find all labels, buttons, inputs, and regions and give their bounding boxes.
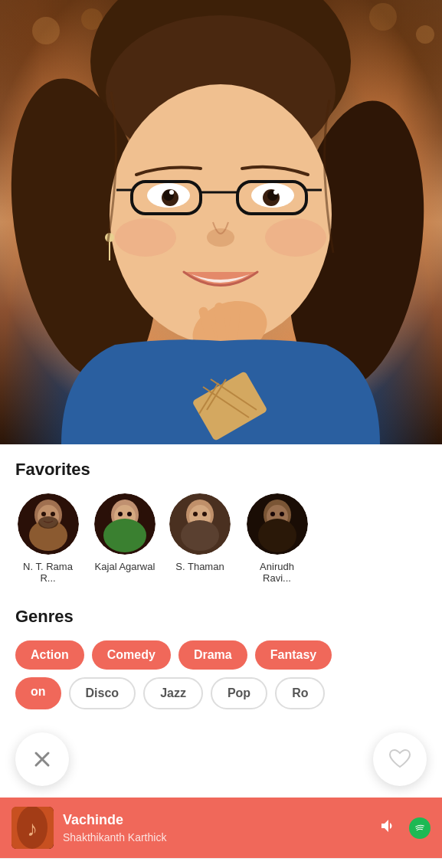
hero-image — [0, 0, 442, 444]
genre-jazz[interactable]: Jazz — [143, 677, 203, 709]
avatar-kajal — [94, 493, 156, 555]
svg-point-18 — [169, 190, 174, 195]
now-playing-info: Vachinde Shakthikanth Karthick — [63, 812, 370, 843]
avatar-ntr — [18, 493, 79, 555]
action-buttons — [15, 725, 427, 798]
svg-point-46 — [41, 512, 46, 516]
genre-fantasy[interactable]: Fantasy — [255, 640, 332, 670]
speaker-icon[interactable] — [379, 817, 398, 840]
svg-point-60 — [202, 512, 207, 516]
now-playing-bar[interactable]: ♪ Vachinde Shakthikanth Karthick — [0, 798, 442, 858]
avatar-thaman — [169, 493, 231, 555]
svg-point-48 — [38, 516, 58, 529]
favorite-item-ntr[interactable]: N. T. Rama R... — [15, 493, 80, 584]
svg-point-54 — [127, 512, 132, 516]
heart-icon — [388, 748, 411, 770]
svg-point-53 — [118, 512, 123, 516]
bottom-nav — [0, 858, 442, 868]
favorite-item-kajal[interactable]: Kajal Agarwal — [94, 493, 156, 584]
favorites-section: Favorites N. T. Rama R — [15, 460, 427, 584]
genres-row-2: on Disco Jazz Pop Ro — [15, 677, 427, 709]
portrait-svg — [0, 0, 442, 444]
genre-disco[interactable]: Disco — [69, 677, 136, 709]
genre-pop[interactable]: Pop — [211, 677, 267, 709]
favorites-row: N. T. Rama R... Kajal Agarwal — [15, 493, 427, 584]
close-button[interactable] — [15, 732, 69, 786]
thaman-label: S. Thaman — [175, 561, 224, 572]
genres-section: Genres Action Comedy Drama Fantasy on Di… — [15, 607, 427, 709]
genre-action[interactable]: Action — [15, 640, 84, 670]
svg-point-65 — [270, 512, 275, 516]
svg-point-6 — [416, 25, 434, 44]
svg-point-66 — [280, 512, 284, 516]
svg-point-59 — [193, 512, 198, 516]
favorites-title: Favorites — [15, 460, 427, 480]
content-area: Favorites N. T. Rama R — [0, 444, 442, 798]
genre-comedy[interactable]: Comedy — [92, 640, 171, 670]
favorite-item-anirudh[interactable]: Anirudh Ravi... — [244, 493, 309, 584]
ntr-label: N. T. Rama R... — [15, 561, 80, 584]
svg-point-0 — [32, 17, 60, 44]
svg-point-28 — [207, 228, 234, 247]
svg-point-47 — [51, 512, 55, 516]
svg-point-5 — [369, 3, 397, 31]
avatar-anirudh — [247, 493, 308, 555]
now-playing-title: Vachinde — [63, 812, 370, 828]
genre-drama[interactable]: Drama — [178, 640, 247, 670]
genres-title: Genres — [15, 607, 427, 627]
anirudh-label: Anirudh Ravi... — [244, 561, 309, 584]
genre-ro[interactable]: Ro — [275, 677, 325, 709]
svg-text:♪: ♪ — [27, 817, 38, 840]
kajal-label: Kajal Agarwal — [95, 561, 156, 572]
close-icon — [31, 748, 53, 770]
genre-on[interactable]: on — [15, 677, 61, 709]
svg-point-55 — [103, 519, 146, 552]
heart-button[interactable] — [373, 732, 427, 786]
now-playing-controls — [379, 817, 431, 840]
now-playing-artist: Shakthikanth Karthick — [63, 831, 370, 843]
svg-point-13 — [115, 218, 176, 257]
genres-row-1: Action Comedy Drama Fantasy — [15, 640, 427, 670]
svg-point-67 — [258, 519, 296, 552]
favorite-item-thaman[interactable]: S. Thaman — [169, 493, 231, 584]
svg-point-61 — [181, 520, 219, 551]
now-playing-thumbnail: ♪ — [11, 807, 54, 849]
spotify-icon[interactable] — [409, 817, 431, 839]
svg-point-73 — [413, 821, 427, 835]
svg-point-22 — [273, 190, 278, 195]
svg-point-14 — [265, 218, 326, 257]
